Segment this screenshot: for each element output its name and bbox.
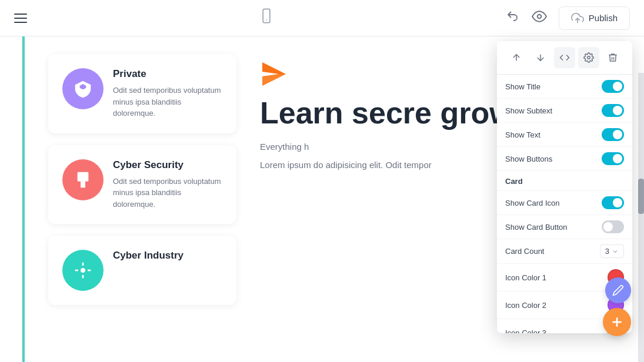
icon-color-3-label: Icon Color 3 [505,329,546,334]
left-sidebar-strip [0,36,22,362]
card-icon-cyber-security [62,159,104,200]
setting-show-subtext: Show Subtext [497,99,632,123]
card-text-private: Odit sed temporibus voluptatum minus ips… [113,85,222,119]
topbar: Publish [0,0,644,36]
show-text-toggle[interactable] [602,128,624,141]
move-down-button[interactable] [530,47,551,68]
setting-card-count: Card Count 3 [497,239,632,264]
card-title-cyber-industry: Cyber Industry [113,250,222,262]
show-card-button-toggle[interactable] [602,220,624,233]
card-title-cyber-security: Cyber Security [113,159,222,171]
show-buttons-label: Show Buttons [505,155,552,163]
svg-point-8 [81,268,85,273]
show-card-button-label: Show Card Button [505,223,568,232]
card-count-value: 3 [605,247,609,256]
svg-rect-6 [79,176,82,179]
setting-show-card-icon: Show Card Icon [497,191,632,215]
show-card-icon-toggle[interactable] [602,196,624,209]
svg-rect-5 [81,181,85,187]
show-card-icon-label: Show Card Icon [505,199,560,207]
card-icon-cyber-industry [62,250,104,291]
delete-button[interactable] [602,47,623,68]
move-up-button[interactable] [506,47,527,68]
svg-point-2 [538,14,542,18]
show-title-label: Show Title [505,82,540,91]
show-title-toggle[interactable] [602,80,624,93]
svg-marker-14 [262,74,286,86]
svg-rect-7 [84,176,86,179]
card-body-cyber-industry: Cyber Industry [113,250,222,266]
eye-icon[interactable] [532,9,547,28]
fab-pencil-button[interactable] [605,277,631,303]
card-text-cyber-security: Odit sed temporibus voluptatum minus ips… [113,176,222,210]
show-buttons-toggle[interactable] [602,152,624,165]
code-button[interactable] [554,47,575,68]
scrollbar-thumb[interactable] [638,179,644,214]
setting-show-text: Show Text [497,123,632,147]
cards-column: Private Odit sed temporibus voluptatum m… [48,54,236,344]
setting-show-title: Show Title [497,75,632,99]
topbar-right: Publish [506,6,630,30]
panel-toolbar [497,41,632,75]
topbar-left [14,14,27,23]
card-section-label: Card [497,171,632,191]
show-subtext-toggle[interactable] [602,104,624,117]
setting-show-buttons: Show Buttons [497,147,632,171]
card-cyber-industry: Cyber Industry [48,236,236,305]
hamburger-icon[interactable] [14,14,27,23]
topbar-center [258,8,275,28]
card-cyber-security: Cyber Security Odit sed temporibus volup… [48,145,236,224]
card-icon-private [62,68,104,109]
svg-point-17 [588,56,590,59]
icon-color-2-label: Icon Color 2 [505,301,546,310]
show-subtext-label: Show Subtext [505,106,552,115]
show-text-label: Show Text [505,130,540,139]
fab-add-button[interactable] [603,308,631,336]
setting-show-card-button: Show Card Button [497,215,632,239]
card-private: Private Odit sed temporibus voluptatum m… [48,54,236,133]
back-icon[interactable] [506,9,520,27]
publish-button[interactable]: Publish [559,6,630,30]
card-title-private: Private [113,68,222,80]
card-body-private: Private Odit sed temporibus voluptatum m… [113,68,222,119]
card-body-cyber-security: Cyber Security Odit sed temporibus volup… [113,159,222,210]
phone-icon [258,8,275,28]
scrollbar[interactable] [638,73,644,362]
card-count-select[interactable]: 3 [600,244,624,258]
svg-rect-0 [263,9,270,22]
icon-color-1-label: Icon Color 1 [505,273,546,282]
card-count-label: Card Count [505,247,544,256]
gear-button[interactable] [578,47,599,68]
